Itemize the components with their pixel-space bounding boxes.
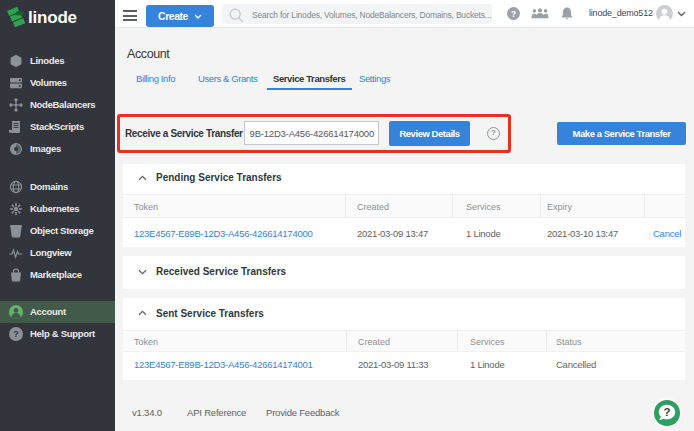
svg-text:?: ?: [511, 9, 516, 19]
svg-text:?: ?: [13, 329, 19, 339]
svg-text:?: ?: [663, 406, 670, 418]
